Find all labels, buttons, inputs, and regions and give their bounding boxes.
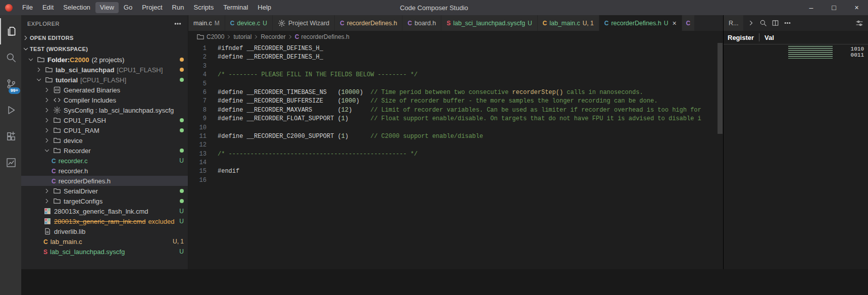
activity-bar: 99+ [0, 15, 21, 295]
tree-item-tutorial[interactable]: tutorial[CPU1_FLASH] [21, 75, 188, 85]
tree-item-generated-binaries[interactable]: Generated Binaries [21, 85, 188, 95]
ellipsis-icon[interactable] [174, 20, 182, 28]
tree-item-lab-sci-launchpad[interactable]: lab_sci_launchpad[CPU1_FLASH] [21, 65, 188, 75]
register-column-header: Register [728, 34, 754, 41]
chevron-right-icon [43, 187, 50, 194]
minimize-button[interactable]: – [800, 0, 823, 15]
c-file-icon-purple: C [340, 20, 344, 27]
line-number: 7 [188, 97, 207, 106]
c-file-icon-amber: C [43, 238, 48, 245]
code-lines: #ifndef __RECORDER_DEFINES_H_#define __R… [218, 43, 723, 295]
source-control-badge: 99+ [9, 87, 20, 94]
chevron-right-icon [43, 127, 50, 134]
chevron-right-icon[interactable] [747, 19, 755, 27]
close-icon[interactable]: × [672, 20, 676, 27]
lib-file-icon [43, 227, 52, 235]
maximize-button[interactable]: □ [823, 0, 845, 15]
tab-device-c[interactable]: Cdevice.cU [225, 15, 273, 31]
editor-toolbar [747, 19, 791, 27]
tree-item-c2000[interactable]: Folder: C2000(2 projects) [21, 55, 188, 65]
column-divider[interactable] [759, 33, 759, 41]
menu-help[interactable]: Help [253, 2, 276, 13]
activity-source-control[interactable]: 99+ [0, 71, 21, 97]
line-numbers: 12345678910111213141516 [188, 43, 210, 295]
menu-project[interactable]: Project [137, 2, 167, 13]
c-file-icon-purple: C [52, 167, 56, 175]
tab-lab-sci-launchpad-syscfg[interactable]: Slab_sci_launchpad.syscfgU [441, 15, 537, 31]
c-file-icon-blue: C [230, 20, 235, 27]
tree-item-recorder[interactable]: Recorder [21, 145, 188, 156]
tree-item-cpu1-ram[interactable]: CPU1_RAM [21, 125, 188, 135]
tab-recorderdefines-h[interactable]: CrecorderDefines.hU× [599, 15, 682, 31]
git-status-badge: U [179, 157, 184, 164]
code-editor[interactable]: 12345678910111213141516 #ifndef __RECORD… [188, 43, 723, 295]
tab-lab-main-c[interactable]: Clab_main.cU, 1 [538, 15, 599, 31]
tree-item-serialdriver[interactable]: SerialDriver [21, 186, 188, 196]
tree-item-label: tutorial [56, 76, 78, 84]
more-icon[interactable] [784, 19, 791, 27]
workspace-section[interactable]: TEST (WORKSPACE) [21, 43, 188, 55]
tab-truncated[interactable]: C [682, 15, 695, 31]
tab-registers[interactable]: R... [724, 15, 744, 31]
tree-item-targetconfigs[interactable]: targetConfigs [21, 196, 188, 206]
c-file-icon-purple: C [295, 33, 299, 40]
breadcrumb-recorder[interactable]: Recorder [261, 33, 285, 40]
tree-item-compiler-includes[interactable]: Compiler Includes [21, 95, 188, 105]
activity-explorer[interactable] [0, 18, 21, 44]
tree-item-recorder-c[interactable]: Crecorder.cU [21, 156, 188, 166]
breadcrumb-tutorial[interactable]: tutorial [233, 33, 251, 40]
menu-file[interactable]: File [18, 2, 37, 13]
menu-scripts[interactable]: Scripts [189, 2, 218, 13]
activity-run-debug[interactable] [0, 97, 21, 123]
chevron-down-icon [43, 147, 50, 154]
code-line: /* -------------------------------------… [218, 150, 723, 159]
git-status-badge: U [263, 20, 267, 27]
tab-project-wizard[interactable]: Project Wizard [273, 15, 335, 31]
tree-item-recorderdefines-h[interactable]: CrecorderDefines.h [21, 176, 188, 186]
close-button[interactable]: × [845, 0, 868, 15]
search-icon[interactable] [759, 19, 767, 27]
line-number: 12 [188, 141, 207, 150]
activity-extensions[interactable] [0, 123, 21, 150]
tree-item-cpu1-flash[interactable]: CPU1_FLASH [21, 115, 188, 125]
tree-item-sysconfig-lab-sci-launchpad-syscfg[interactable]: SysConfig : lab_sci_launchpad.syscfg [21, 105, 188, 115]
line-number: 14 [188, 159, 207, 167]
value-column-header: Val [764, 34, 774, 41]
menu-selection[interactable]: Selection [59, 2, 94, 13]
c-file-icon-blue: C [604, 20, 609, 27]
scrollbar[interactable] [718, 43, 723, 134]
sidebar-title: EXPLORER [27, 21, 60, 27]
minimap[interactable] [788, 46, 833, 59]
tree-item-driverlib-lib[interactable]: driverlib.lib [21, 226, 188, 236]
tree-item-device[interactable]: device [21, 135, 188, 145]
register-table-header: Register Val [724, 31, 868, 44]
tree-item-280013x-generic-flash-lnk-cmd[interactable]: 280013x_generic_flash_lnk.cmdU [21, 206, 188, 216]
activity-search[interactable] [0, 44, 21, 71]
tab-main-c[interactable]: main.cM [188, 15, 225, 31]
tree-item-recorder-h[interactable]: Crecorder.h [21, 166, 188, 176]
code-line: #define __RECORDER_FLOAT_SUPPORT (1) // … [218, 115, 723, 123]
code-line [218, 159, 723, 167]
main-layout: 99+ EXPLORER OPEN EDITORS TEST (WORKSPAC… [0, 15, 868, 295]
menu-run[interactable]: Run [168, 2, 189, 13]
tree-item-lab-sci-launchpad-syscfg[interactable]: Slab_sci_launchpad.syscfgU [21, 247, 188, 257]
tree-item-280013x-generic-ram-lnk-cmd[interactable]: 280013x_generic_ram_lnk.cmdexcludedU [21, 216, 188, 226]
tab-recorderdefines-h[interactable]: CrecorderDefines.h [335, 15, 402, 31]
activity-analysis[interactable] [0, 150, 21, 176]
breadcrumb-recorderdefines-h[interactable]: CrecorderDefines.h [295, 33, 349, 40]
menu-view[interactable]: View [95, 2, 119, 13]
chevron-right-icon [253, 34, 259, 40]
tree-item-lab-main-c[interactable]: Clab_main.cU, 1 [21, 236, 188, 247]
tree-item-label: CPU1_RAM [64, 127, 99, 134]
tab-label: recorderDefines.h [611, 20, 661, 27]
line-number: 16 [188, 176, 207, 185]
menu-edit[interactable]: Edit [38, 2, 58, 13]
split-editor-icon[interactable] [772, 19, 779, 27]
menu-go[interactable]: Go [119, 2, 137, 13]
open-editors-section[interactable]: OPEN EDITORS [21, 32, 188, 43]
breadcrumb-c2000[interactable]: C2000 [196, 33, 224, 41]
sliders-icon[interactable] [855, 19, 868, 27]
register-value: 1010 [851, 46, 864, 52]
tab-board-h[interactable]: Cboard.h [402, 15, 441, 31]
menu-terminal[interactable]: Terminal [219, 2, 252, 13]
